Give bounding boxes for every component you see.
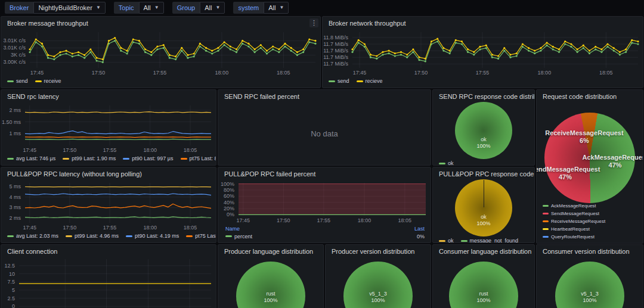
panel-title[interactable]: Producer language distribution xyxy=(218,245,323,257)
variable-dropdown-topic[interactable]: All ▼ xyxy=(139,2,164,14)
svg-text:18:00: 18:00 xyxy=(143,225,157,231)
broker-network-throughput-chart[interactable]: 11.7 MiB/s11.7 MiB/s11.7 MiB/s11.7 MiB/s… xyxy=(323,29,643,77)
panel-send-rpc-failed-percent: SEND RPC failed percent No data xyxy=(218,89,431,166)
panel-title[interactable]: PULL&POP RPC latency (without long polli… xyxy=(1,167,216,179)
svg-text:11.7 MiB/s: 11.7 MiB/s xyxy=(323,48,348,54)
legend-item[interactable]: pt99 Last: 4.96 ms xyxy=(66,233,119,239)
legend-item[interactable]: pt75 Last: 2.93 ms xyxy=(186,233,216,239)
legend-item[interactable]: receive xyxy=(35,78,61,84)
panel-title[interactable]: Broker network throughput xyxy=(323,17,643,29)
legend-item[interactable]: QueryRouteRequest xyxy=(543,234,595,239)
panel-title[interactable]: SEND RPC response code distribution xyxy=(433,90,534,102)
svg-text:11.7 MiB/s: 11.7 MiB/s xyxy=(323,41,348,47)
variable-label-broker: Broker xyxy=(5,2,33,14)
pie[interactable]: rust100% xyxy=(236,262,305,308)
legend-row-percent[interactable]: percent 0% xyxy=(225,232,425,240)
pie-sliver-slice xyxy=(484,180,484,207)
series-swatch xyxy=(225,235,232,237)
legend-item[interactable]: pt75 Last: 848 µs xyxy=(181,155,216,161)
legend-item[interactable]: pt99 Last: 1.90 ms xyxy=(63,155,116,161)
variable-value: All xyxy=(205,4,212,11)
pie[interactable]: ok100% xyxy=(455,102,512,159)
variable-dropdown-group[interactable]: All ▼ xyxy=(200,2,225,14)
chart-svg: 02.557.51012.5 xyxy=(1,257,216,308)
chart-legend: AckMessageRequestSendMessageRequestRecei… xyxy=(537,203,643,244)
pie[interactable]: rust100% xyxy=(449,262,518,308)
legend-label: pt99 Last: 4.96 ms xyxy=(75,233,119,239)
legend-item[interactable]: ReceiveMessageRequest xyxy=(543,219,605,224)
consumer-version-pie-chart[interactable]: v5_1_3100% xyxy=(537,257,643,308)
producer-version-pie-chart[interactable]: v5_1_3100% xyxy=(326,257,431,308)
legend-item[interactable]: ok xyxy=(439,160,454,166)
legend-column-last[interactable]: Last xyxy=(414,226,425,232)
legend-label: QueryRouteRequest xyxy=(551,234,595,239)
chevron-down-icon: ▼ xyxy=(215,5,220,10)
legend-item[interactable]: message_not_found xyxy=(461,238,519,243)
series-swatch xyxy=(439,240,445,242)
legend-item[interactable]: HeartbeatRequest xyxy=(543,226,590,232)
legend-item[interactable]: avg Last: 2.03 ms xyxy=(7,233,58,239)
panel-request-code-distribution: Request code distribution ReceiveMessage… xyxy=(536,89,643,244)
legend-column-name[interactable]: Name xyxy=(225,226,240,232)
panel-title[interactable]: PULL&POP RPC response code distribution xyxy=(433,167,534,179)
legend-label: avg Last: 746 µs xyxy=(16,155,55,161)
variable-dropdown-system[interactable]: All ▼ xyxy=(264,2,289,14)
variable-label-topic: Topic xyxy=(114,2,139,14)
legend-item[interactable]: avg Last: 746 µs xyxy=(7,155,55,161)
consumer-language-pie-chart[interactable]: rust100% xyxy=(433,257,534,308)
producer-language-pie-chart[interactable]: rust100% xyxy=(218,257,323,308)
pullpop-rpc-latency-chart[interactable]: 2 ms3 ms4 ms5 ms17:4517:5017:5518:0018:0… xyxy=(1,179,216,232)
panel-title[interactable]: SEND RPC failed percent xyxy=(218,90,431,102)
pie[interactable]: v5_1_3100% xyxy=(555,262,624,308)
send-response-code-pie-chart[interactable]: ok100% xyxy=(433,102,534,159)
variable-broker: Broker NightlyBuildBroker ▼ xyxy=(5,2,106,14)
svg-text:18:05: 18:05 xyxy=(184,147,197,153)
legend-item[interactable]: pt90 Last: 997 µs xyxy=(123,155,173,161)
pie-label: SendMessageRequest47% xyxy=(536,166,600,181)
series-swatch xyxy=(186,235,193,237)
panel-title[interactable]: Producer version distribution xyxy=(326,245,431,257)
panel-title[interactable]: Broker message throughput xyxy=(1,17,320,29)
chart-svg: 1 ms1.50 ms2 ms17:4517:5017:5518:0018:05 xyxy=(1,102,216,154)
legend-label: pt75 Last: 2.93 ms xyxy=(195,233,216,239)
broker-message-throughput-chart[interactable]: 3.00K c/s3K c/s3.01K c/s3.01K c/s17:4517… xyxy=(1,29,320,77)
panel-title[interactable]: SEND rpc latency xyxy=(1,90,216,102)
panel-title[interactable]: Consumer language distribution xyxy=(433,245,534,257)
pie-label: ok100% xyxy=(476,214,490,227)
variable-dropdown-broker[interactable]: NightlyBuildBroker ▼ xyxy=(33,2,105,14)
panel-title[interactable]: Request code distribution xyxy=(537,90,643,102)
svg-text:3.00K c/s: 3.00K c/s xyxy=(3,59,26,65)
legend-item[interactable]: AckMessageRequest xyxy=(543,203,596,209)
svg-text:60%: 60% xyxy=(224,193,234,199)
series-swatch xyxy=(181,158,187,160)
client-connection-chart[interactable]: 02.557.51012.5 xyxy=(1,257,216,308)
legend-label: AckMessageRequest xyxy=(551,203,596,209)
pullpop-rpc-failed-percent-chart[interactable]: 0%20%40%60%80%100%17:4517:5017:5518:0018… xyxy=(218,179,431,225)
legend-item[interactable]: ok xyxy=(439,238,454,243)
panel-title[interactable]: PULL&POP RPC failed percent xyxy=(218,167,431,179)
chart-legend: avg Last: 2.03 mspt99 Last: 4.96 mspt90 … xyxy=(1,232,216,242)
legend-item[interactable]: SendMessageRequest xyxy=(543,211,599,216)
pie[interactable]: v5_1_3100% xyxy=(343,262,413,308)
svg-text:0: 0 xyxy=(12,303,15,308)
svg-text:40%: 40% xyxy=(224,200,234,206)
panel-client-connection: Client connection 02.557.51012.5 xyxy=(1,244,216,308)
request-code-pie-chart[interactable]: ReceiveMessageRequest6%AckMessageRequest… xyxy=(537,102,643,203)
legend-item[interactable]: pt90 Last: 4.19 ms xyxy=(126,233,179,239)
pie[interactable]: ReceiveMessageRequest6%AckMessageRequest… xyxy=(544,113,635,203)
legend-item[interactable]: send xyxy=(7,78,28,84)
send-rpc-latency-chart[interactable]: 1 ms1.50 ms2 ms17:4517:5017:5518:0018:05 xyxy=(1,102,216,154)
legend-label: SendMessageRequest xyxy=(551,211,599,216)
legend-item[interactable]: recieve xyxy=(357,78,383,84)
legend-item[interactable]: send xyxy=(329,78,349,84)
svg-text:17:50: 17:50 xyxy=(92,70,106,76)
svg-text:17:50: 17:50 xyxy=(414,70,428,76)
legend-label: recieve xyxy=(366,78,383,84)
grafana-dashboard: Broker NightlyBuildBroker ▼ Topic All ▼ … xyxy=(0,0,644,308)
pie[interactable]: ok100% xyxy=(455,179,512,237)
pullpop-response-code-pie-chart[interactable]: ok100% xyxy=(433,179,534,237)
panel-menu-icon[interactable]: ⋮ xyxy=(309,18,318,27)
series-swatch xyxy=(7,80,14,82)
panel-title[interactable]: Consumer version distribution xyxy=(537,245,643,257)
panel-title[interactable]: Client connection xyxy=(1,245,216,257)
